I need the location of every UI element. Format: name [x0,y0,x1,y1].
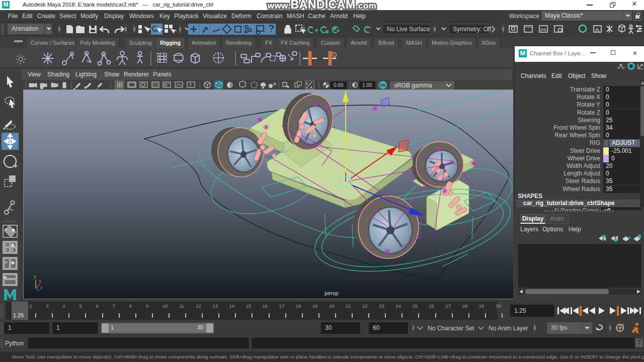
svg-text:T: T [189,82,192,87]
svg-text:◆: ◆ [11,227,16,232]
svg-text:+: + [5,260,7,265]
svg-text:z: z [40,285,43,290]
svg-text:ON: ON [380,83,385,87]
svg-text:+: + [11,248,14,253]
svg-text:◆: ◆ [11,242,15,247]
svg-text:+: + [5,227,7,232]
svg-text:y: y [34,274,36,279]
svg-text:▸: ▸ [4,275,7,280]
svg-text:No Live Surface: No Live Surface [387,26,430,33]
svg-text:+: + [5,242,7,247]
svg-text:1.00: 1.00 [362,82,372,88]
svg-text:0.00: 0.00 [334,82,344,88]
svg-text:Symmetry: Off: Symmetry: Off [453,26,492,33]
svg-text:IPR: IPR [540,28,546,32]
svg-text:No Anim Layer: No Anim Layer [489,325,528,332]
svg-text:persp: persp [325,290,339,296]
svg-text:x: x [39,279,41,284]
svg-text:◆: ◆ [11,260,15,265]
svg-text:+: + [5,248,7,253]
svg-text:sRGB gamma: sRGB gamma [394,82,432,89]
svg-text:No Character Set: No Character Set [428,325,474,332]
